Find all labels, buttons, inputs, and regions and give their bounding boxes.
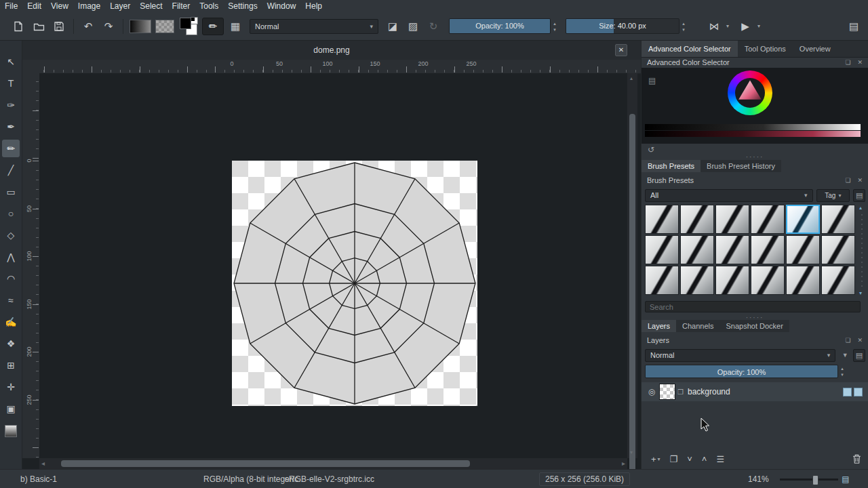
menu-edit[interactable]: Edit [22,1,46,12]
tab-tool-options[interactable]: Tool Options [738,41,793,57]
tool-freehand-path[interactable]: ≈ [2,291,20,309]
layer-view-options-button[interactable]: ▤ [853,349,865,362]
close-document-button[interactable]: ✕ [615,44,627,56]
canvas-viewport[interactable] [39,73,627,458]
tab-layers[interactable]: Layers [642,320,676,332]
docker-splitter[interactable]: ····· [642,315,868,320]
menu-tools[interactable]: Tools [195,1,223,12]
docker-splitter[interactable]: ····· [642,155,868,159]
tab-overview[interactable]: Overview [793,41,837,57]
save-button[interactable] [50,18,68,35]
layer-visibility-eye-icon[interactable]: ◎ [647,387,656,396]
tab-brush-presets[interactable]: Brush Presets [642,160,701,172]
tool-move[interactable]: ✛ [2,378,20,396]
foreground-background-colors[interactable] [179,17,198,35]
spin-up-icon[interactable]: ▴ [838,365,846,371]
brush-preset[interactable] [786,235,820,264]
scroll-right-icon[interactable]: ▸ [622,458,625,469]
layer-opacity-spinner[interactable]: ▴ ▾ [838,364,846,380]
add-layer-button[interactable]: + ▾ [651,454,660,464]
brush-preset[interactable] [786,266,820,295]
horizontal-scrollbar[interactable]: ◂ ▸ [39,458,627,469]
preset-view-mode-button[interactable]: ▤ [853,189,865,202]
layer-blending-select[interactable]: Normal ▾ [645,349,835,362]
pattern-chooser-button[interactable] [155,18,175,35]
tool-transform[interactable]: ⊞ [2,357,20,374]
menu-file[interactable]: File [0,1,22,12]
layer-properties-button[interactable]: ☰ [716,454,724,464]
close-docker-icon[interactable]: ✕ [857,59,863,66]
vertical-scroll-thumb[interactable] [629,114,635,473]
undo-button[interactable]: ↶ [79,18,97,35]
mirror-options-caret[interactable]: ▾ [724,23,731,29]
tab-snapshot-docker[interactable]: Snapshot Docker [720,320,789,332]
brush-preset[interactable] [645,235,679,264]
tool-freehand-brush[interactable]: ✏ [2,140,20,157]
tool-text[interactable]: T [2,75,20,92]
brush-preset-selected[interactable] [786,205,820,234]
tab-advanced-color-selector[interactable]: Advanced Color Selector [642,41,738,57]
canvas-only-mode-icon[interactable]: ▤ [841,474,850,484]
menu-help[interactable]: Help [300,1,327,12]
layer-filter-icon[interactable]: ▼ [838,349,852,362]
brush-preset[interactable] [680,205,714,234]
menu-view[interactable]: View [46,1,73,12]
move-layer-up-button[interactable]: ˄ [702,454,707,464]
layer-row-background[interactable]: ◎ ❐ background [642,382,868,401]
float-docker-icon[interactable]: ❏ [845,59,850,66]
tool-calligraphy[interactable]: ✒ [2,118,20,136]
brush-search-input[interactable] [645,301,861,312]
move-layer-down-button[interactable]: ˅ [687,454,692,464]
duplicate-layer-button[interactable]: ❐ [670,454,678,464]
brush-preset[interactable] [645,205,679,234]
brush-preset[interactable] [821,266,855,295]
mirror-button[interactable]: ⋈ [705,18,723,35]
foreground-color-swatch[interactable] [180,18,191,29]
tool-edit-shapes[interactable]: ✑ [2,96,20,114]
brush-preset[interactable] [751,266,785,295]
menu-settings[interactable]: Settings [223,1,262,12]
edit-brush-settings-button[interactable]: ✏ [202,18,224,35]
menu-filter[interactable]: Filter [167,1,195,12]
color-triangle[interactable] [737,79,763,105]
brush-preset[interactable] [715,266,749,295]
tool-select-shapes[interactable]: ↖ [2,53,20,70]
brush-preset[interactable] [680,235,714,264]
open-document-button[interactable] [30,18,47,35]
color-history-reset-button[interactable]: ↺ [646,144,656,155]
spin-up-icon[interactable]: ▴ [551,20,559,26]
scroll-down-icon[interactable]: ▾ [630,447,633,458]
tab-channels[interactable]: Channels [676,320,719,332]
spin-down-icon[interactable]: ▾ [679,26,688,33]
zoom-level-label[interactable]: 141% [748,470,769,488]
scroll-down-icon[interactable]: ▾ [859,290,862,296]
tool-gradient[interactable] [2,422,20,439]
scroll-up-icon[interactable]: ▴ [859,205,862,211]
preset-filter-select[interactable]: All ▾ [645,189,813,202]
tag-button[interactable]: Tag ▾ [816,189,850,202]
brush-preset[interactable] [751,235,785,264]
horizontal-scroll-thumb[interactable] [61,460,470,467]
eraser-mode-button[interactable]: ◪ [384,18,401,35]
tool-multibrush[interactable]: ❖ [2,335,20,352]
preserve-alpha-button[interactable]: ▨ [404,18,422,35]
tool-polygon[interactable]: ◇ [2,226,20,244]
layer-name[interactable]: background [688,387,730,396]
zoom-slider-handle[interactable] [812,475,818,485]
scroll-up-icon[interactable]: ▴ [630,73,633,84]
tab-brush-preset-history[interactable]: Brush Preset History [701,160,781,172]
spin-up-icon[interactable]: ▴ [679,20,688,26]
float-docker-icon[interactable]: ❏ [845,177,850,184]
brush-preset[interactable] [751,205,785,234]
tool-crop[interactable]: ▣ [2,400,20,418]
blending-mode-select[interactable]: Normal ▾ [250,19,378,34]
tool-polyline[interactable]: ⋀ [2,248,20,266]
choose-workspace-button[interactable]: ▤ [845,18,863,35]
tool-line[interactable]: ╱ [2,161,20,179]
brush-presets-popup-button[interactable]: ▦ [226,18,244,35]
brush-preset[interactable] [821,235,855,264]
tool-ellipse[interactable]: ○ [2,205,20,222]
document-canvas[interactable] [232,161,477,406]
reload-preset-button[interactable]: ↻ [425,18,442,35]
menu-window[interactable]: Window [262,1,301,12]
